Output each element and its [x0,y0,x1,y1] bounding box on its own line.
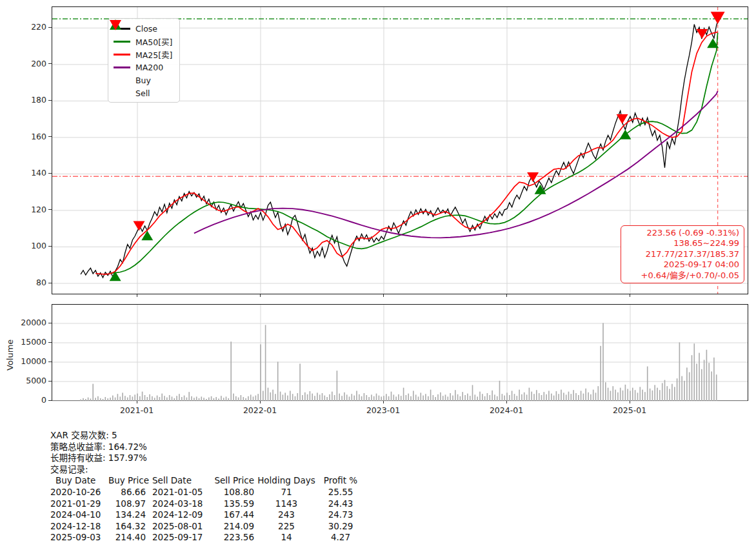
buy-marker-icon [141,230,153,240]
quote-annotation-box: 223.56 (-0.69 -0.31%) 138.65~224.99 217.… [621,225,744,283]
trade-cell: 167.44 [208,509,254,521]
legend-item-label: Close [135,24,157,34]
trade-cell: 108.80 [208,487,254,498]
x-tick [137,294,137,297]
trade-cell: 2021-01-29 [50,498,108,510]
volume-tick-label: 15000 [15,337,46,347]
y-tick [48,283,52,283]
trade-cell: 86.66 [108,487,146,498]
x-tick [260,401,261,403]
annotation-date-line: 2025-09-17 04:00 [626,260,739,270]
trade-cell: 1143 [254,498,319,510]
date-tick-label: 2025-01 [608,405,652,415]
stat-trade-count: XAR 交易次数: 5 [50,430,363,442]
volume-tick-label: 10000 [15,356,46,366]
legend-item-label: MA200 [135,63,163,72]
trade-cell: 108.97 [108,498,146,510]
trade-row: 2024-04-10134.242024-12-09167.4424324.73 [50,509,363,521]
trade-cell: 2020-10-26 [50,487,108,498]
stat-strategy-return: 策略总收益率: 164.72% [50,442,363,453]
trades-header-row: Buy DateBuy PriceSell DateSell PriceHold… [50,475,363,487]
x-tick [260,294,261,297]
y-tick [48,136,52,137]
legend-item: Close [114,22,174,35]
y-tick [48,246,52,247]
legend-item: Buy [114,74,174,87]
y-tick [48,323,52,323]
annotation-price-line: 223.56 (-0.69 -0.31%) [626,228,739,238]
price-tick-label: 100 [22,241,46,250]
price-tick-label: 140 [22,168,46,178]
stat-hold-return: 长期持有收益: 157.97% [50,453,363,464]
trades-header-cell: Holding Days [254,475,319,487]
trade-cell: 30.29 [319,521,363,533]
x-tick [137,401,137,403]
price-tick-label: 200 [22,59,46,68]
trade-cell: 2024-03-18 [146,498,208,510]
trade-cell: 214.40 [108,532,146,544]
date-tick-label: 2023-01 [361,405,405,415]
trade-cell: 2025-09-17 [146,532,208,544]
legend: CloseMA50[买]MA25[卖]MA200BuySell [108,18,180,103]
trade-cell: 24.73 [319,509,363,521]
legend-item-label: Sell [135,88,150,98]
trade-cell: 2021-01-05 [146,487,208,498]
volume-tick-label: 20000 [15,318,46,327]
trade-cell: 243 [254,509,319,521]
y-tick [48,381,52,382]
chart-canvas: CloseMA50[买]MA25[卖]MA200BuySell Volume 2… [0,0,756,550]
trade-cell: 24.43 [319,498,363,510]
trade-cell: 135.59 [208,498,254,510]
date-tick-label: 2024-01 [484,405,528,415]
price-tick-label: 180 [22,95,46,105]
annotation-range-line: 138.65~224.99 [626,238,739,249]
x-tick [506,401,507,403]
strategy-stats: XAR 交易次数: 5 策略总收益率: 164.72% 长期持有收益: 157.… [50,430,363,544]
x-tick [383,401,384,403]
x-tick [630,294,630,297]
trade-cell: 134.24 [108,509,146,521]
y-tick [48,27,52,28]
legend-line-icon [114,41,130,43]
trade-cell: 14 [254,532,319,544]
legend-line-icon [114,54,130,56]
date-tick-label: 2022-01 [238,405,282,415]
y-tick [48,362,52,362]
y-tick [48,209,52,210]
stat-records-title: 交易记录: [50,464,363,476]
sell-marker-icon [527,172,539,182]
trade-row: 2025-09-03214.402025-09-17223.56144.27 [50,532,363,544]
trades-header-cell: Buy Date [50,475,108,487]
annotation-signal-line: +0.64/偏多/+0.70/-0.05 [626,270,739,281]
legend-item-label: Buy [135,76,151,85]
price-tick-label: 220 [22,22,46,32]
legend-item-label: MA25[卖] [135,48,173,61]
trade-cell: 164.32 [108,521,146,533]
trade-row: 2024-12-18164.322025-08-01214.0922530.29 [50,521,363,533]
legend-item: Sell [114,87,174,99]
trades-header-cell: Buy Price [108,475,146,487]
volume-panel [52,304,748,401]
x-tick [383,294,384,297]
trade-cell: 25.55 [319,487,363,498]
trade-cell: 2025-08-01 [146,521,208,533]
trade-cell: 225 [254,521,319,533]
trade-cell: 2024-12-18 [50,521,108,533]
y-tick [48,100,52,101]
series-ma200 [194,91,718,238]
price-tick-label: 120 [22,205,46,214]
volume-tick-label: 0 [15,395,46,405]
trades-header-cell: Profit % [319,475,363,487]
legend-item: MA50[买] [114,35,174,48]
legend-line-icon [114,66,130,68]
trade-cell: 4.27 [319,532,363,544]
date-tick-label: 2021-01 [115,405,159,415]
trades-header-cell: Sell Price [208,475,254,487]
trades-header-cell: Sell Date [146,475,208,487]
trade-cell: 2024-12-09 [146,509,208,521]
price-tick-label: 80 [22,278,46,287]
trade-cell: 223.56 [208,532,254,544]
trade-cell: 2025-09-03 [50,532,108,544]
legend-item: MA200 [114,61,174,74]
trade-row: 2020-10-2686.662021-01-05108.807125.55 [50,487,363,498]
